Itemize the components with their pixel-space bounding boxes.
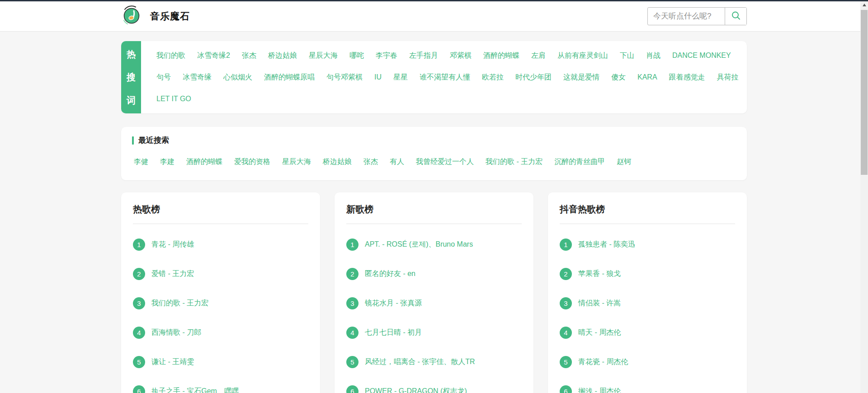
hot-search-keyword[interactable]: KARA xyxy=(637,66,657,88)
song-list: 1 孤独患者 - 陈奕迅 2 苹果香 - 狼戈 3 情侣装 - 许嵩 xyxy=(560,239,735,393)
divider xyxy=(560,224,735,224)
hot-search-keyword[interactable]: 我们的歌 xyxy=(156,45,185,66)
song-link[interactable]: 西海情歌 - 刀郎 xyxy=(151,328,201,337)
search-button[interactable] xyxy=(725,8,746,25)
chart-title: 抖音热歌榜 xyxy=(560,203,735,215)
search-input[interactable] xyxy=(648,8,725,25)
song-row[interactable]: 2 爱错 - 王力宏 xyxy=(133,268,308,280)
hot-search-keyword[interactable]: IU xyxy=(374,66,382,88)
song-row[interactable]: 6 执子之手 - 宝石Gem、嘿嘿 xyxy=(133,385,308,393)
recent-search-item[interactable]: 赵钶 xyxy=(617,157,631,167)
recent-search-item[interactable]: 爱我的资格 xyxy=(234,157,270,167)
rank-badge: 3 xyxy=(560,297,572,309)
hot-search-keyword[interactable]: LET IT GO xyxy=(156,88,191,110)
hot-search-keyword[interactable]: 酒醉的蝴蝶原唱 xyxy=(264,66,315,88)
recent-search-item[interactable]: 桥边姑娘 xyxy=(323,157,352,167)
song-link[interactable]: 风经过，唱离合 - 张宇佳、散人TR xyxy=(365,357,475,367)
song-row[interactable]: 4 晴天 - 周杰伦 xyxy=(560,327,735,339)
hot-search-keyword[interactable]: 傻女 xyxy=(611,66,626,88)
hot-search-keyword[interactable]: 冰雪奇缘 xyxy=(183,66,212,88)
song-row[interactable]: 3 我们的歌 - 王力宏 xyxy=(133,297,308,309)
recent-search-item[interactable]: 李建 xyxy=(160,157,175,167)
recent-search-item[interactable]: 酒醉的蝴蝶 xyxy=(186,157,222,167)
song-list: 1 青花 - 周传雄 2 爱错 - 王力宏 3 我们的歌 - 王力宏 xyxy=(133,239,308,393)
scrollbar-thumb[interactable] xyxy=(861,10,868,175)
scrollbar[interactable] xyxy=(860,1,868,393)
hot-search-keyword[interactable]: 冰雪奇缘2 xyxy=(197,45,230,66)
song-link[interactable]: 青花瓷 - 周杰伦 xyxy=(578,357,628,367)
hot-search-keyword[interactable]: 句号邓紫棋 xyxy=(326,66,363,88)
song-row[interactable]: 6 POWER - G-DRAGON (权志龙) xyxy=(346,385,522,393)
song-link[interactable]: 爱错 - 王力宏 xyxy=(151,269,194,279)
hot-search-keyword[interactable]: 欧若拉 xyxy=(482,66,504,88)
song-row[interactable]: 4 七月七日晴 - 初月 xyxy=(346,327,522,339)
hot-search-row: 我们的歌冰雪奇缘2张杰桥边姑娘星辰大海哪咤李宇春左手指月邓紫棋酒醉的蝴蝶左肩从前… xyxy=(156,45,736,66)
hot-search-panel: 热 搜 词 我们的歌冰雪奇缘2张杰桥边姑娘星辰大海哪咤李宇春左手指月邓紫棋酒醉的… xyxy=(121,41,747,113)
hot-search-keyword[interactable]: 左手指月 xyxy=(409,45,438,66)
hot-search-keyword[interactable]: 肖战 xyxy=(646,45,660,66)
chart-card-hot-songs: 热歌榜 1 青花 - 周传雄 2 爱错 - 王力宏 3 xyxy=(121,192,320,393)
title-accent-bar xyxy=(132,136,134,145)
song-link[interactable]: 执子之手 - 宝石Gem、嘿嘿 xyxy=(151,387,239,393)
hot-search-keyword[interactable]: DANCE MONKEY xyxy=(672,45,731,66)
hot-search-keyword[interactable]: 时代少年团 xyxy=(515,66,552,88)
recent-search-item[interactable]: 我曾经爱过一个人 xyxy=(416,157,474,167)
song-link[interactable]: 晴天 - 周杰伦 xyxy=(578,328,621,337)
song-link[interactable]: 谦让 - 王靖雯 xyxy=(151,357,194,367)
song-link[interactable]: 孤独患者 - 陈奕迅 xyxy=(578,240,635,249)
song-link[interactable]: APT. - ROSÉ (로제)、Bruno Mars xyxy=(365,240,473,249)
song-row[interactable]: 4 西海情歌 - 刀郎 xyxy=(133,327,308,339)
song-link[interactable]: 情侣装 - 许嵩 xyxy=(578,299,621,308)
song-row[interactable]: 1 APT. - ROSÉ (로제)、Bruno Mars xyxy=(346,239,522,251)
hot-search-keyword[interactable]: 这就是爱情 xyxy=(563,66,599,88)
divider xyxy=(346,224,522,224)
hot-search-keyword[interactable]: 从前有座灵剑山 xyxy=(557,45,608,66)
recent-search-item[interactable]: 李健 xyxy=(134,157,148,167)
hot-search-keyword[interactable]: 邓紫棋 xyxy=(450,45,472,66)
song-link[interactable]: 苹果香 - 狼戈 xyxy=(578,269,621,279)
hot-search-keyword[interactable]: 句号 xyxy=(156,66,171,88)
song-row[interactable]: 1 青花 - 周传雄 xyxy=(133,239,308,251)
recent-search-item[interactable]: 沉醉的青丝曲甲 xyxy=(554,157,605,167)
song-link[interactable]: POWER - G-DRAGON (权志龙) xyxy=(365,387,467,393)
hot-search-keyword[interactable]: 桥边姑娘 xyxy=(268,45,297,66)
recent-search-item[interactable]: 我们的歌 - 王力宏 xyxy=(486,157,542,167)
song-row[interactable]: 5 青花瓷 - 周杰伦 xyxy=(560,356,735,368)
rank-badge: 3 xyxy=(133,297,145,309)
song-row[interactable]: 5 谦让 - 王靖雯 xyxy=(133,356,308,368)
hot-search-keyword[interactable]: 星辰大海 xyxy=(309,45,338,66)
song-row[interactable]: 3 情侣装 - 许嵩 xyxy=(560,297,735,309)
scroll-up-arrow[interactable] xyxy=(860,1,868,9)
song-link[interactable]: 镜花水月 - 张真源 xyxy=(365,299,422,308)
hot-search-keyword[interactable]: 李宇春 xyxy=(376,45,397,66)
recent-search-item[interactable]: 张杰 xyxy=(363,157,378,167)
recent-search-panel: 最近搜索 李健李建酒醉的蝴蝶爱我的资格星辰大海桥边姑娘张杰有人我曾经爱过一个人我… xyxy=(121,127,747,180)
hot-search-keyword[interactable]: 谁不渴望有人懂 xyxy=(420,66,470,88)
song-row[interactable]: 2 匿名的好友 - en xyxy=(346,268,522,280)
recent-search-title: 最近搜索 xyxy=(138,135,169,145)
site-logo[interactable]: 音乐魔石 xyxy=(121,5,190,28)
hot-search-keyword[interactable]: 酒醉的蝴蝶 xyxy=(483,45,519,66)
song-link[interactable]: 我们的歌 - 王力宏 xyxy=(151,299,208,308)
song-link[interactable]: 七月七日晴 - 初月 xyxy=(365,328,422,337)
song-row[interactable]: 3 镜花水月 - 张真源 xyxy=(346,297,522,309)
hot-search-keyword[interactable]: 张杰 xyxy=(242,45,256,66)
hot-search-keyword[interactable]: 左肩 xyxy=(531,45,546,66)
song-row[interactable]: 5 风经过，唱离合 - 张宇佳、散人TR xyxy=(346,356,522,368)
song-link[interactable]: 搁浅 - 周杰伦 xyxy=(578,387,621,393)
song-link[interactable]: 匿名的好友 - en xyxy=(365,269,415,279)
hot-search-keyword[interactable]: 下山 xyxy=(620,45,634,66)
hot-search-row: LET IT GO xyxy=(156,88,736,110)
hot-search-keyword[interactable]: 心似烟火 xyxy=(223,66,252,88)
header: 音乐魔石 xyxy=(0,1,868,32)
song-row[interactable]: 6 搁浅 - 周杰伦 xyxy=(560,385,735,393)
song-row[interactable]: 1 孤独患者 - 陈奕迅 xyxy=(560,239,735,251)
recent-search-item[interactable]: 星辰大海 xyxy=(282,157,311,167)
hot-search-keyword[interactable]: 跟着感觉走 xyxy=(669,66,705,88)
hot-search-keyword[interactable]: 哪咤 xyxy=(349,45,364,66)
hot-search-keyword[interactable]: 具荷拉 xyxy=(717,66,739,88)
song-row[interactable]: 2 苹果香 - 狼戈 xyxy=(560,268,735,280)
hot-search-keyword[interactable]: 星星 xyxy=(393,66,408,88)
song-link[interactable]: 青花 - 周传雄 xyxy=(151,240,194,249)
recent-search-item[interactable]: 有人 xyxy=(390,157,404,167)
